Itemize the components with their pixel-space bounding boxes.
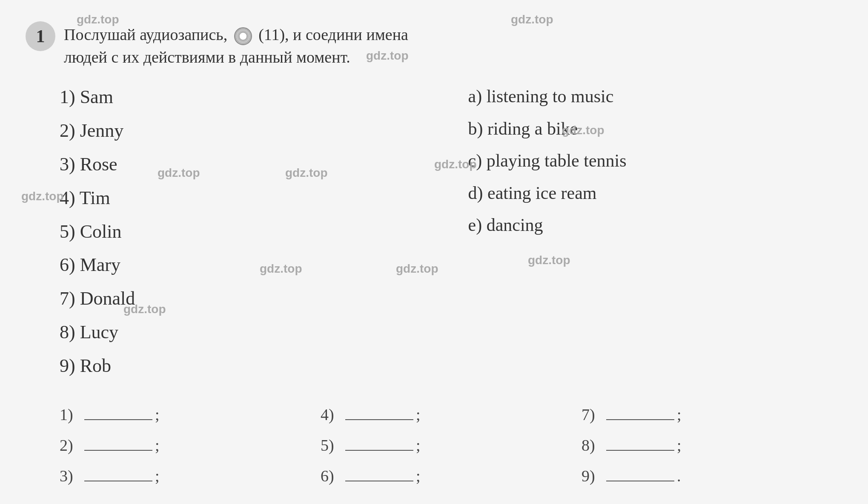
- answer-num-9: 9): [582, 467, 603, 485]
- name-item-6: 6) Mary: [60, 249, 434, 281]
- answer-semi-1: ;: [155, 405, 160, 424]
- instruction: Послушай аудиозапись, (11), и соедини им…: [64, 23, 408, 69]
- answer-group-5: 5) ;: [321, 436, 556, 455]
- instruction-cd: (11),: [258, 26, 289, 43]
- names-column: 1) Sam 2) Jenny 3) Rose 4) Tim 5) Colin …: [60, 81, 451, 383]
- exercise-number: 1: [26, 21, 55, 51]
- answer-num-2: 2): [60, 436, 81, 455]
- content-area: 1) Sam 2) Jenny 3) Rose 4) Tim 5) Colin …: [26, 81, 842, 383]
- answer-num-1: 1): [60, 405, 81, 424]
- name-item-1: 1) Sam: [60, 81, 434, 113]
- instruction-part1: Послушай аудиозапись,: [64, 26, 227, 43]
- name-item-5: 5) Colin: [60, 216, 434, 248]
- answer-num-6: 6): [321, 467, 342, 485]
- action-item-d: d) eating ice ream: [468, 178, 843, 208]
- answer-line-1: [84, 419, 152, 420]
- exercise-header: 1 Послушай аудиозапись, (11), и соедини …: [26, 21, 842, 69]
- answer-line-8: [606, 450, 674, 451]
- name-item-2: 2) Jenny: [60, 115, 434, 147]
- answer-group-8: 8) ;: [582, 436, 817, 455]
- answer-num-5: 5): [321, 436, 342, 455]
- answer-line-9: [606, 481, 674, 481]
- answers-row-3: 3) ; 6) ; 9) .: [60, 467, 842, 485]
- name-item-7: 7) Donald: [60, 283, 434, 315]
- answer-semi-8: ;: [677, 436, 682, 455]
- answer-num-8: 8): [582, 436, 603, 455]
- answers-area: 1) ; 4) ; 7) ; 2) ; 5): [26, 405, 842, 485]
- answer-line-4: [345, 419, 413, 420]
- action-item-b: b) riding a bike: [468, 114, 843, 144]
- answer-semi-6: ;: [416, 467, 421, 485]
- answer-semi-2: ;: [155, 436, 160, 455]
- action-item-c: c) playing table tennis: [468, 146, 843, 176]
- answer-group-9: 9) .: [582, 467, 817, 485]
- answer-line-6: [345, 481, 413, 481]
- answer-num-7: 7): [582, 405, 603, 424]
- answer-group-6: 6) ;: [321, 467, 556, 485]
- answer-semi-3: ;: [155, 467, 160, 485]
- answer-group-3: 3) ;: [60, 467, 295, 485]
- answers-row-1: 1) ; 4) ; 7) ;: [60, 405, 842, 424]
- name-item-9: 9) Rob: [60, 350, 434, 382]
- answer-num-4: 4): [321, 405, 342, 424]
- answer-group-2: 2) ;: [60, 436, 295, 455]
- answer-semi-4: ;: [416, 405, 421, 424]
- answer-num-3: 3): [60, 467, 81, 485]
- name-item-3: 3) Rose: [60, 149, 434, 181]
- page: gdz.top gdz.top gdz.top gdz.top gdz.top …: [0, 0, 868, 504]
- action-item-a: a) listening to music: [468, 81, 843, 112]
- answer-line-5: [345, 450, 413, 451]
- answer-group-4: 4) ;: [321, 405, 556, 424]
- answer-semi-7: ;: [677, 405, 682, 424]
- answer-line-2: [84, 450, 152, 451]
- action-item-e: e) dancing: [468, 210, 843, 240]
- answer-semi-5: ;: [416, 436, 421, 455]
- name-item-4: 4) Tim: [60, 182, 434, 214]
- answer-dot-9: .: [677, 467, 681, 485]
- answers-row-2: 2) ; 5) ; 8) ;: [60, 436, 842, 455]
- answer-group-1: 1) ;: [60, 405, 295, 424]
- answer-line-7: [606, 419, 674, 420]
- answer-line-3: [84, 481, 152, 481]
- cd-icon: [234, 27, 252, 45]
- answer-group-7: 7) ;: [582, 405, 817, 424]
- actions-column: a) listening to music b) riding a bike c…: [451, 81, 843, 383]
- name-item-8: 8) Lucy: [60, 317, 434, 348]
